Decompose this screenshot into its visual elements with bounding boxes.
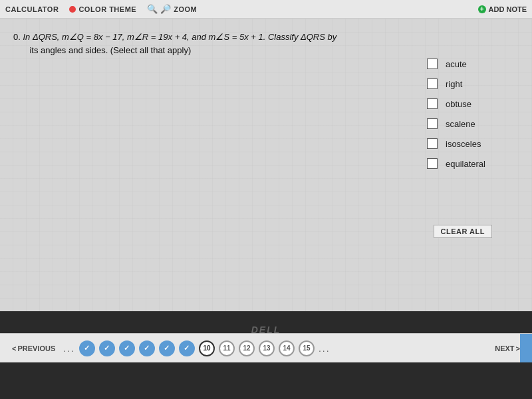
add-note-icon: + bbox=[478, 5, 486, 13]
page-6-circle[interactable]: 6 bbox=[119, 340, 135, 356]
label-scalene: scalene bbox=[446, 119, 492, 129]
checkbox-equilateral[interactable] bbox=[427, 158, 438, 169]
color-theme-icon bbox=[69, 6, 76, 13]
zoom-in-icon[interactable]: 🔎 bbox=[160, 4, 171, 14]
add-note-label: ADD NOTE bbox=[489, 5, 527, 13]
page-7-circle[interactable]: 7 bbox=[139, 340, 155, 356]
main-content: 0. In ΔQRS, m∠Q = 8x − 17, m∠R = 19x + 4… bbox=[0, 19, 532, 311]
label-isosceles: isosceles bbox=[446, 139, 492, 149]
nav-dots-right: ... bbox=[319, 343, 331, 354]
page-9-circle[interactable]: 9 bbox=[179, 340, 195, 356]
question-text: In ΔQRS, m∠Q = 8x − 17, m∠R = 19x + 4, a… bbox=[23, 32, 336, 42]
answer-option-isosceles[interactable]: isosceles bbox=[427, 138, 492, 149]
answer-panel: acute right obtuse scalene isosceles equ… bbox=[427, 59, 492, 169]
page-8-circle[interactable]: 8 bbox=[159, 340, 175, 356]
bottom-nav: < PREVIOUS ... 4 5 6 7 8 9 10 11 12 13 1… bbox=[0, 333, 532, 362]
page-10-num: 10 bbox=[203, 344, 210, 352]
nav-right-indicator bbox=[520, 334, 532, 362]
page-13-num: 13 bbox=[263, 344, 270, 352]
answer-option-right[interactable]: right bbox=[427, 78, 492, 89]
calculator-button[interactable]: CALCULATOR bbox=[5, 5, 59, 13]
zoom-section: 🔍 🔎 ZOOM bbox=[147, 4, 197, 14]
nav-dots-left: ... bbox=[63, 343, 75, 354]
page-14-circle[interactable]: 14 bbox=[279, 340, 295, 356]
toolbar: CALCULATOR COLOR THEME 🔍 🔎 ZOOM + ADD NO… bbox=[0, 0, 532, 19]
zoom-out-icon[interactable]: 🔍 bbox=[147, 4, 158, 14]
next-label: NEXT bbox=[495, 344, 514, 352]
answer-option-equilateral[interactable]: equilateral bbox=[427, 158, 492, 169]
checkbox-obtuse[interactable] bbox=[427, 98, 438, 109]
page-15-circle[interactable]: 15 bbox=[299, 340, 315, 356]
calculator-label: CALCULATOR bbox=[5, 5, 59, 13]
zoom-label: ZOOM bbox=[174, 5, 197, 13]
page-4-circle[interactable]: 4 bbox=[79, 340, 95, 356]
previous-button[interactable]: < PREVIOUS bbox=[8, 344, 59, 352]
page-12-circle[interactable]: 12 bbox=[239, 340, 255, 356]
answer-option-scalene[interactable]: scalene bbox=[427, 118, 492, 129]
color-theme-label: COLOR THEME bbox=[78, 5, 136, 13]
checkbox-right[interactable] bbox=[427, 78, 438, 89]
question-text-part2: its angles and sides. (Select all that a… bbox=[20, 45, 191, 55]
add-note-button[interactable]: + ADD NOTE bbox=[478, 5, 527, 13]
label-acute: acute bbox=[446, 59, 492, 69]
answer-option-acute[interactable]: acute bbox=[427, 59, 492, 69]
page-12-num: 12 bbox=[243, 344, 250, 352]
page-11-num: 11 bbox=[223, 344, 230, 352]
checkbox-isosceles[interactable] bbox=[427, 138, 438, 149]
label-right: right bbox=[446, 79, 492, 89]
label-obtuse: obtuse bbox=[446, 99, 492, 109]
question-number: 0. bbox=[13, 32, 21, 42]
checkbox-acute[interactable] bbox=[427, 59, 438, 69]
page-14-num: 14 bbox=[283, 344, 290, 352]
page-13-circle[interactable]: 13 bbox=[259, 340, 275, 356]
question-area: 0. In ΔQRS, m∠Q = 8x − 17, m∠R = 19x + 4… bbox=[13, 31, 519, 57]
page-11-circle[interactable]: 11 bbox=[219, 340, 235, 356]
previous-label: PREVIOUS bbox=[17, 344, 55, 352]
next-button[interactable]: NEXT > bbox=[491, 344, 524, 352]
label-equilateral: equilateral bbox=[446, 159, 492, 169]
answer-option-obtuse[interactable]: obtuse bbox=[427, 98, 492, 109]
color-theme-button[interactable]: COLOR THEME bbox=[69, 5, 136, 13]
checkbox-scalene[interactable] bbox=[427, 118, 438, 129]
page-15-num: 15 bbox=[303, 344, 310, 352]
prev-chevron-icon: < bbox=[12, 344, 16, 352]
clear-all-button[interactable]: CLEAR ALL bbox=[434, 225, 492, 238]
page-5-circle[interactable]: 5 bbox=[99, 340, 115, 356]
page-10-circle[interactable]: 10 bbox=[199, 340, 215, 356]
